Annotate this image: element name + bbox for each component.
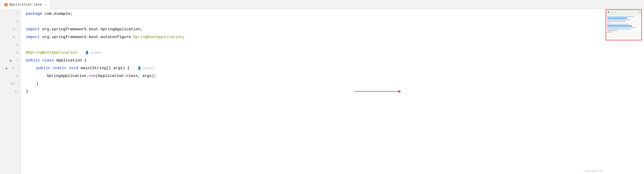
line-number-6: 6	[13, 51, 18, 55]
gutter-line-7: ▶ 7	[0, 56, 20, 64]
code-line-10: }	[21, 80, 644, 88]
gutter-line-6: 6	[0, 49, 20, 56]
gutter-line-8: ▶ 8 −	[0, 64, 20, 72]
line-gutter: 1 2 3 − 4 − 5 6 ▶ 7 ▶ 8 − 9	[0, 9, 21, 174]
mini-line-5	[607, 22, 611, 23]
spring-app-call: SpringApplication.	[47, 74, 89, 78]
keyword-public-8: public	[36, 66, 53, 70]
minimap-more-icon[interactable]: ⋯	[639, 11, 640, 15]
mini-line-11	[607, 32, 612, 33]
code-line-3: import org.springframework.boot.SpringAp…	[21, 25, 644, 33]
line-number-10: 10	[9, 82, 14, 86]
keyword-static: static	[53, 66, 69, 70]
tab-bar: C Application.java ×	[0, 0, 644, 9]
mini-line-2	[607, 18, 627, 19]
closing-brace-10: }	[36, 82, 39, 86]
author-annotation-8: 👤 aopmin	[132, 66, 154, 70]
code-line-1: package com.example;	[21, 10, 644, 18]
gutter-line-11: 11	[0, 88, 20, 95]
watermark: CSDN @白豆五	[584, 169, 603, 173]
fold-icon-3[interactable]: −	[15, 28, 18, 31]
line-number-8: 8	[9, 66, 14, 70]
code-text: org.springframework.boot.SpringApplicati…	[42, 27, 143, 32]
gutter-line-3: 3 −	[0, 25, 20, 33]
closing-brace-11: }	[26, 89, 28, 94]
gutter-line-2: 2	[0, 18, 20, 25]
mini-line-4	[607, 21, 625, 22]
tab-close-button[interactable]: ×	[43, 3, 47, 7]
fold-icon-4[interactable]: −	[15, 35, 18, 39]
code-line-6: @SpringBootApplication 👤 aopmin	[21, 49, 644, 56]
spring-boot-application-import: SpringBootApplication	[133, 35, 182, 39]
editor-area: 1 2 3 − 4 − 5 6 ▶ 7 ▶ 8 − 9	[0, 9, 644, 174]
keyword-public-7: public	[26, 58, 42, 63]
eye-icon[interactable]: 👁	[607, 11, 610, 15]
mini-line-3	[607, 19, 631, 20]
java-file-icon: C	[4, 3, 8, 6]
spring-boot-annotation: @SpringBootApplication	[26, 50, 77, 55]
keyword-package: package	[26, 12, 45, 16]
line-number-1: 1	[13, 12, 18, 16]
minimap-panel: 👁 | ✓ ⋯	[606, 9, 642, 40]
line-number-4: 4	[9, 35, 14, 39]
line-number-11: 11	[13, 90, 18, 93]
code-semicolon: ;	[182, 35, 185, 39]
mini-line-1	[607, 16, 634, 17]
gutter-line-1: 1	[0, 10, 20, 18]
code-text: org.springframework.boot.autoconfigure.	[42, 35, 133, 39]
keyword-class: class	[42, 58, 56, 63]
code-line-8: public static void main(String[] args) {…	[21, 64, 644, 72]
fold-icon-10[interactable]: −	[15, 82, 18, 85]
mini-line-8	[607, 27, 635, 28]
minimap-icons: 👁 | ✓	[607, 10, 617, 15]
gutter-line-10: 10 −	[0, 80, 20, 88]
gutter-line-5: 5	[0, 41, 20, 49]
line-number-7: 7	[13, 59, 18, 62]
minimap-body	[606, 15, 641, 40]
code-line-9: SpringApplication.run(Application.class,…	[21, 72, 644, 80]
check-icon[interactable]: ✓	[615, 11, 617, 15]
fold-icon-8[interactable]: −	[15, 67, 18, 70]
tab-label: Application.java	[9, 3, 42, 6]
line-number-9: 9	[13, 74, 18, 78]
run-args: (Application.class, args);	[96, 74, 156, 78]
method-main: main(String[] args) {	[81, 66, 130, 70]
gutter-line-4: 4 −	[0, 33, 20, 41]
code-text: com.example;	[45, 12, 73, 16]
keyword-import-3: import	[26, 27, 42, 32]
gutter-line-9: 9	[0, 72, 20, 80]
mini-line-10	[607, 30, 617, 31]
divider: |	[611, 10, 614, 15]
run-icon-8[interactable]: ▶	[6, 66, 8, 70]
tab-application-java[interactable]: C Application.java ×	[1, 0, 51, 9]
mini-line-6	[607, 24, 629, 25]
run-method: run	[89, 74, 96, 78]
mini-line-9	[607, 28, 631, 30]
code-content: package com.example; import org.springfr…	[21, 9, 644, 174]
author-annotation-6: 👤 aopmin	[79, 51, 102, 55]
class-declaration: Application {	[56, 58, 87, 63]
code-line-7: public class Application {	[21, 56, 644, 64]
minimap-header: 👁 | ✓ ⋯	[606, 10, 641, 15]
line-number-2: 2	[13, 20, 18, 24]
keyword-void: void	[69, 66, 81, 70]
mini-line-7	[607, 25, 632, 26]
code-line-5	[21, 41, 644, 49]
code-line-2	[21, 18, 644, 25]
line-number-5: 5	[13, 43, 18, 47]
run-icon-7[interactable]: ▶	[10, 58, 12, 63]
line-number-3: 3	[9, 27, 14, 31]
keyword-import-4: import	[26, 35, 42, 39]
code-line-11: }	[21, 88, 644, 95]
code-line-4: import org.springframework.boot.autoconf…	[21, 33, 644, 41]
